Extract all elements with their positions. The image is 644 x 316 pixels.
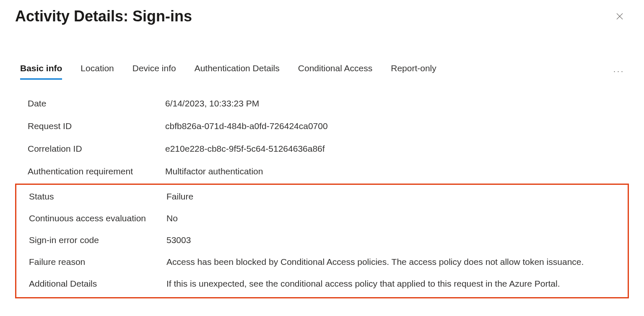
tab-authentication-details[interactable]: Authentication Details (195, 63, 280, 80)
row-correlation-id: Correlation ID e210e228-cb8c-9f5f-5c64-5… (15, 137, 629, 160)
row-sign-in-error-code: Sign-in error code 53003 (16, 229, 628, 251)
label-failure-reason: Failure reason (29, 257, 166, 267)
row-date: Date 6/14/2023, 10:33:23 PM (15, 92, 629, 115)
value-continuous-access-evaluation: No (166, 213, 623, 223)
value-correlation-id: e210e228-cb8c-9f5f-5c64-51264636a86f (165, 144, 629, 154)
label-request-id: Request ID (28, 121, 165, 131)
value-status: Failure (166, 192, 623, 202)
highlighted-failure-section: Status Failure Continuous access evaluat… (15, 184, 629, 298)
ellipsis-icon: ··· (613, 67, 625, 75)
label-status: Status (29, 192, 166, 202)
tab-conditional-access[interactable]: Conditional Access (298, 63, 372, 80)
row-additional-details: Additional Details If this is unexpected… (16, 273, 628, 295)
panel-header: Activity Details: Sign-ins (0, 0, 644, 25)
value-failure-reason: Access has been blocked by Conditional A… (166, 257, 623, 267)
more-tabs-button[interactable]: ··· (611, 65, 627, 78)
tabs: Basic info Location Device info Authenti… (20, 63, 436, 80)
row-status: Status Failure (16, 186, 628, 207)
tabs-row: Basic info Location Device info Authenti… (0, 63, 644, 80)
label-continuous-access-evaluation: Continuous access evaluation (29, 213, 166, 223)
value-additional-details: If this is unexpected, see the condition… (166, 279, 623, 289)
tab-report-only[interactable]: Report-only (391, 63, 436, 80)
value-request-id: cbfb826a-071d-484b-a0fd-726424ca0700 (165, 121, 629, 131)
page-title: Activity Details: Sign-ins (15, 8, 192, 25)
value-sign-in-error-code: 53003 (166, 235, 623, 245)
label-correlation-id: Correlation ID (28, 144, 165, 154)
close-icon (615, 12, 624, 21)
label-authentication-requirement: Authentication requirement (28, 166, 165, 176)
tab-location[interactable]: Location (80, 63, 114, 80)
label-additional-details: Additional Details (29, 279, 166, 289)
close-button[interactable] (612, 9, 627, 24)
value-authentication-requirement: Multifactor authentication (165, 166, 629, 176)
value-date: 6/14/2023, 10:33:23 PM (165, 98, 629, 109)
row-failure-reason: Failure reason Access has been blocked b… (16, 251, 628, 273)
label-date: Date (28, 98, 165, 109)
tab-basic-info[interactable]: Basic info (20, 63, 62, 80)
label-sign-in-error-code: Sign-in error code (29, 235, 166, 245)
row-continuous-access-evaluation: Continuous access evaluation No (16, 207, 628, 229)
tab-device-info[interactable]: Device info (132, 63, 176, 80)
row-request-id: Request ID cbfb826a-071d-484b-a0fd-72642… (15, 115, 629, 137)
row-authentication-requirement: Authentication requirement Multifactor a… (15, 160, 629, 183)
basic-info-panel: Date 6/14/2023, 10:33:23 PM Request ID c… (0, 80, 644, 298)
